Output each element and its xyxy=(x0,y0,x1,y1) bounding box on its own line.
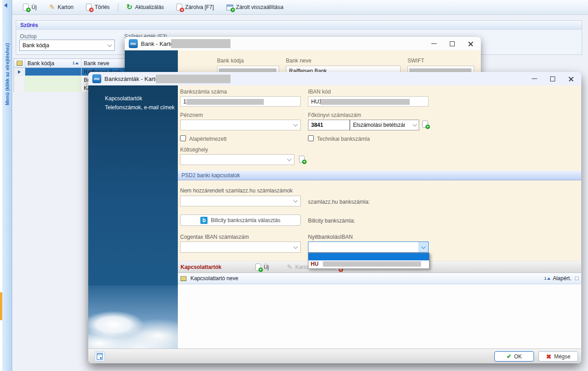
account-number-input[interactable]: 1 xyxy=(180,96,301,107)
gl-account-type-value: Elszámolási betétszám xyxy=(350,122,405,128)
list-item-empty[interactable] xyxy=(308,253,429,260)
menu-strip-label[interactable]: Menü (klikk az elrejtéshez) xyxy=(2,20,12,128)
swift-label: SWIFT xyxy=(407,58,424,64)
sidebar-item-contacts[interactable]: Kapcsolattartók xyxy=(105,95,142,102)
maximize-button[interactable] xyxy=(550,76,555,81)
tab-contacts[interactable]: Kapcsolattartók xyxy=(178,264,222,270)
add-cost-center-button[interactable]: + xyxy=(299,156,306,164)
bank-code-cell[interactable] xyxy=(25,76,81,84)
dialog-titlebar[interactable]: mc Bank - Karton xyxy=(125,37,481,50)
locked-button-label: Zárolva [F7] xyxy=(185,4,214,10)
sidebar-item-phones-emails[interactable]: Telefonszámok, e-mail címek xyxy=(105,104,175,111)
cancel-button-label: Mégse xyxy=(554,353,570,360)
account-number-label: Bankszámla száma xyxy=(180,89,227,95)
bank-code-cell[interactable] xyxy=(25,84,81,92)
redacted-value xyxy=(321,99,410,105)
contact-name-header-label[interactable]: Kapcsolattartó neve xyxy=(190,275,238,282)
page-plus-icon: + xyxy=(299,156,305,163)
unassigned-accounts-label: Nem hozzárendelt szamlazz.hu számlaszámo… xyxy=(180,188,293,194)
close-button[interactable] xyxy=(468,41,474,47)
billcity-account-label: Billcity bankszámla: xyxy=(308,218,355,224)
unassigned-accounts-select[interactable] xyxy=(180,196,301,206)
form-settings-button[interactable] xyxy=(95,351,105,362)
sort-indicator: 1 xyxy=(544,277,551,281)
list-item-iban[interactable]: HU xyxy=(308,260,429,268)
filter-panel-header: Szűrés xyxy=(16,21,582,30)
page-delete-icon: × xyxy=(86,4,92,11)
billcity-icon: b xyxy=(200,217,208,224)
checkmark-icon xyxy=(507,353,511,360)
iban-label: IBAN kód xyxy=(308,89,331,95)
redacted-value xyxy=(323,261,421,267)
billcity-select-button[interactable]: b Billcity bankszámla választás xyxy=(180,215,301,226)
openbanking-iban-select[interactable] xyxy=(308,241,429,253)
bank-name-label: Bank neve xyxy=(286,58,312,64)
locked-button[interactable]: × Zárolva [F7] xyxy=(170,1,220,13)
contacts-new-button[interactable]: + Új xyxy=(249,264,275,271)
cancel-button[interactable]: Mégse xyxy=(538,351,578,362)
chevron-down-icon xyxy=(293,244,298,249)
cogentax-iban-select[interactable] xyxy=(180,241,301,253)
filter-title: Szűrés xyxy=(20,22,38,28)
chevron-down-icon xyxy=(293,122,298,127)
grid-menu-icon[interactable] xyxy=(17,61,23,66)
column-label: Oszlop xyxy=(20,33,36,40)
dialog-sidebar: Kapcsolattartók Telefonszámok, e-mail cí… xyxy=(88,85,178,349)
gl-account-code-input[interactable]: 3841 xyxy=(308,120,350,130)
current-row-arrow-icon xyxy=(18,70,21,74)
card-button[interactable]: Karton xyxy=(43,1,80,13)
redacted-value xyxy=(186,99,264,105)
ok-button[interactable]: OK xyxy=(494,351,534,362)
row-selector-cell xyxy=(14,84,25,92)
sort-asc-icon xyxy=(547,277,551,280)
new-button[interactable]: + Új xyxy=(17,1,43,13)
close-button[interactable] xyxy=(568,76,574,82)
new-button-label: Új xyxy=(32,4,36,10)
technical-account-checkbox-label: Technikai bankszámla xyxy=(317,136,370,142)
clouds-image xyxy=(88,286,178,349)
openbanking-iban-label: NyiltbankolásIBAN xyxy=(308,234,353,240)
minimize-button[interactable] xyxy=(532,78,537,79)
filter-column-select[interactable]: Bank kódja xyxy=(19,40,115,51)
contacts-table-header: Kapcsolattartó neve 1 Alapért. xyxy=(178,273,581,284)
bank-code-cell[interactable] xyxy=(25,68,81,76)
psd2-section-header: PSD2 banki kapcsolatok xyxy=(178,170,581,180)
currency-select[interactable] xyxy=(180,120,301,130)
bank-code-header-label: Bank kódja xyxy=(27,60,54,67)
grid-menu-icon[interactable] xyxy=(181,276,186,281)
menu-collapse-arrow-icon[interactable] xyxy=(4,3,7,8)
cost-center-select[interactable] xyxy=(180,154,294,165)
pencil-icon xyxy=(287,264,293,270)
app-logo-icon: mc xyxy=(129,39,138,48)
page-plus-icon: + xyxy=(23,4,29,11)
maximize-button[interactable] xyxy=(450,41,455,46)
default-column-header-label[interactable]: Alapért. xyxy=(553,275,571,282)
iban-input[interactable]: HU1 xyxy=(308,96,429,107)
default-checkbox[interactable] xyxy=(180,135,186,141)
red-x-icon xyxy=(546,353,552,360)
default-checkbox-label: Alapértelmezett xyxy=(189,136,226,142)
add-gl-account-button[interactable]: + xyxy=(422,121,429,129)
dialog-titlebar[interactable]: mc Bankszámlák - Karton xyxy=(88,72,581,85)
refresh-button[interactable]: Aktualizálás xyxy=(120,1,170,13)
minimize-button[interactable] xyxy=(431,43,437,44)
column-header-bank-code[interactable]: Bank kódja 1 xyxy=(25,59,81,67)
contacts-table-body[interactable] xyxy=(178,284,581,349)
gl-account-label: Főkönyvi számlaszám xyxy=(308,112,361,118)
delete-button-label: Törlés xyxy=(95,4,109,10)
chevron-down-icon xyxy=(287,157,291,161)
page-lock-icon: × xyxy=(176,4,182,11)
toolbar-separator xyxy=(118,3,118,11)
bank-name-header-label: Bank neve xyxy=(84,60,109,67)
filter-column-value: Bank kódja xyxy=(20,42,49,49)
delete-button[interactable]: × Törlés xyxy=(80,1,116,13)
app-logo-icon: mc xyxy=(92,74,101,83)
form-icon xyxy=(97,353,103,360)
row-indicator-header[interactable] xyxy=(14,59,25,67)
gl-account-type-select[interactable]: Elszámolási betétszám xyxy=(350,120,419,130)
restore-locked-button[interactable]: + Zárolt visszaállítása xyxy=(220,1,289,13)
gl-account-code-value: 3841 xyxy=(311,122,323,128)
main-toolbar: + Új Karton × Törlés Aktualizálás × Záro… xyxy=(12,0,588,15)
technical-account-checkbox[interactable] xyxy=(308,135,314,141)
ok-button-label: OK xyxy=(514,353,522,360)
